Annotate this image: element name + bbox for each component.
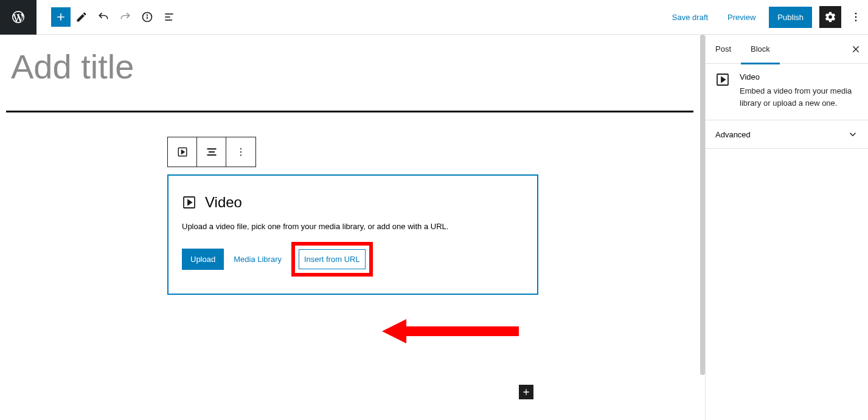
upload-button[interactable]: Upload: [182, 249, 224, 270]
outline-icon[interactable]: [158, 6, 180, 28]
title-separator: [6, 111, 693, 112]
tab-post[interactable]: Post: [706, 35, 741, 64]
block-more-icon[interactable]: [226, 137, 255, 167]
info-icon[interactable]: [136, 6, 158, 28]
media-library-button[interactable]: Media Library: [234, 255, 282, 264]
block-toolbar: [167, 137, 256, 167]
svg-point-15: [240, 151, 241, 153]
svg-point-6: [855, 13, 857, 15]
scrollbar[interactable]: [700, 35, 705, 375]
add-block-inline-button[interactable]: [519, 385, 533, 399]
video-block-placeholder[interactable]: Video Upload a video file, pick one from…: [167, 174, 538, 295]
svg-point-16: [240, 154, 241, 156]
svg-point-2: [147, 15, 148, 15]
preview-button[interactable]: Preview: [721, 9, 762, 26]
video-block-header: Video: [182, 194, 524, 211]
svg-point-14: [240, 148, 241, 150]
svg-point-7: [855, 16, 857, 18]
video-block-description: Upload a video file, pick one from your …: [182, 222, 524, 231]
edit-tool-icon[interactable]: [71, 6, 92, 28]
add-block-button[interactable]: [51, 7, 71, 27]
editor-canvas: Video Upload a video file, pick one from…: [0, 35, 705, 420]
save-draft-button[interactable]: Save draft: [666, 9, 714, 26]
toolbar-right: Save draft Preview Publish: [666, 6, 868, 28]
video-icon: [182, 195, 196, 210]
close-sidebar-icon[interactable]: [844, 37, 868, 61]
svg-marker-23: [721, 77, 725, 82]
block-type-video-icon[interactable]: [168, 137, 197, 167]
toolbar-left: [36, 6, 180, 28]
wordpress-logo[interactable]: [0, 0, 36, 35]
annotation-arrow: [382, 319, 522, 343]
more-menu-icon[interactable]: [849, 6, 863, 28]
post-title-input[interactable]: [0, 41, 681, 111]
sidebar-block-description: Embed a video from your media library or…: [740, 85, 858, 109]
settings-sidebar: Post Block Video Embed a video from your…: [705, 35, 868, 420]
tab-block[interactable]: Block: [741, 35, 780, 64]
sidebar-block-title: Video: [740, 72, 858, 81]
redo-icon[interactable]: [114, 6, 136, 28]
editor-topbar: Save draft Preview Publish: [0, 0, 868, 35]
settings-gear-icon[interactable]: [819, 6, 841, 28]
publish-button[interactable]: Publish: [769, 7, 812, 28]
undo-icon[interactable]: [92, 6, 114, 28]
video-block-title: Video: [205, 194, 242, 211]
advanced-panel-toggle[interactable]: Advanced: [706, 120, 868, 149]
sidebar-block-info: Video Embed a video from your media libr…: [706, 64, 868, 120]
video-block-actions: Upload Media Library Insert from URL: [182, 242, 524, 277]
advanced-panel-label: Advanced: [715, 130, 751, 139]
insert-from-url-highlight: Insert from URL: [291, 242, 373, 277]
svg-marker-19: [382, 319, 519, 343]
svg-marker-18: [188, 200, 192, 205]
svg-point-8: [855, 20, 857, 22]
video-icon: [715, 72, 730, 87]
align-icon[interactable]: [197, 137, 226, 167]
insert-from-url-button[interactable]: Insert from URL: [299, 249, 366, 269]
sidebar-tabs: Post Block: [706, 35, 868, 64]
chevron-down-icon: [847, 129, 858, 140]
svg-marker-10: [181, 150, 184, 154]
main-area: Video Upload a video file, pick one from…: [0, 35, 868, 420]
